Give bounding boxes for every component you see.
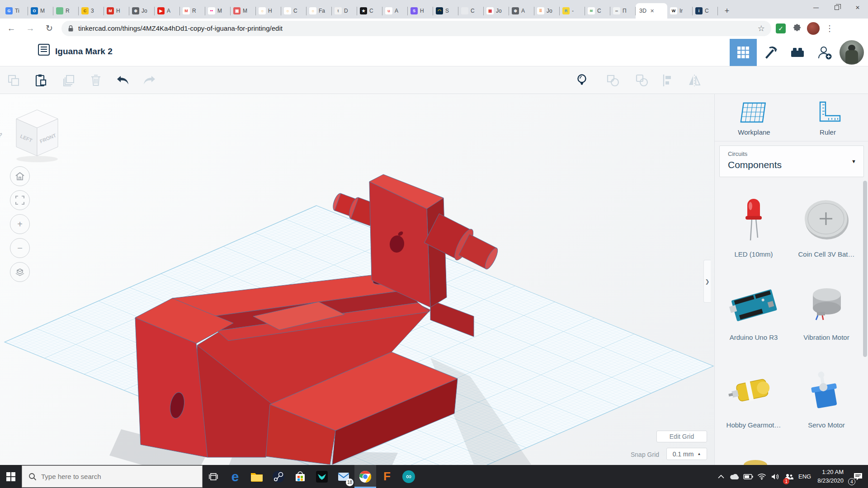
delete-button[interactable] (88, 73, 104, 88)
taskbar-edge[interactable]: e (224, 465, 246, 488)
browser-tab[interactable]: R (53, 3, 79, 19)
extensions-puzzle-icon[interactable] (790, 22, 804, 35)
browser-tab[interactable]: ⊕ A (509, 3, 534, 19)
component-hobby-gearmotor[interactable]: Hobby Gearmot… (720, 368, 788, 429)
browser-tab[interactable]: ▦ Jo (484, 3, 509, 19)
taskbar-fusion360[interactable]: F (376, 465, 398, 488)
browser-tab[interactable]: ☼ H (256, 3, 281, 19)
browser-tab[interactable]: C (458, 3, 484, 19)
ungroup-button[interactable] (634, 73, 650, 88)
taskbar-chrome[interactable] (354, 465, 376, 488)
browser-tab[interactable]: ◠ S (433, 3, 458, 19)
edit-grid-button[interactable]: Edit Grid (656, 431, 707, 442)
mirror-button[interactable] (686, 73, 703, 88)
paste-button[interactable] (33, 73, 49, 88)
3d-viewport[interactable]: TOP LEFT FRONT + − Edit Grid Snap Grid 0… (0, 94, 714, 465)
taskbar-mail[interactable]: 18 (333, 465, 354, 488)
reload-button[interactable]: ↻ (42, 21, 57, 36)
browser-tab[interactable]: W Ir (667, 3, 693, 19)
battery-icon[interactable] (741, 465, 755, 488)
omnibox[interactable]: tinkercad.com/things/4MZ4Ka4hDd1-copy-of… (61, 21, 771, 36)
extension-check-icon[interactable]: ✓ (774, 22, 788, 35)
browser-tab[interactable]: G Ti (3, 3, 28, 19)
new-tab-button[interactable]: + (721, 5, 733, 17)
taskbar-clock[interactable]: 1:20 AM 8/23/2020 (817, 468, 844, 485)
browser-menu-icon[interactable]: ⋮ (823, 22, 836, 35)
partial-component-thumbnail[interactable] (742, 459, 769, 465)
action-center-icon[interactable]: 4 (848, 465, 868, 488)
group-button[interactable] (605, 73, 621, 88)
snap-grid-dropdown[interactable]: 0.1 mm ▲ (666, 448, 707, 460)
tab-close-icon[interactable]: ✕ (650, 8, 654, 14)
home-view-button[interactable] (10, 166, 30, 186)
panel-collapse-handle[interactable]: ❯ (703, 260, 711, 303)
component-arduino[interactable]: Arduino Uno R3 (720, 280, 788, 341)
fit-view-button[interactable] (10, 190, 30, 210)
perspective-toggle-button[interactable] (10, 262, 30, 282)
forward-button[interactable]: → (23, 21, 38, 36)
zoom-in-button[interactable]: + (10, 214, 30, 234)
browser-tab[interactable]: i C (693, 3, 718, 19)
align-button[interactable] (659, 73, 675, 88)
component-category-dropdown[interactable]: Circuits Components ▼ (719, 145, 864, 177)
browser-tab[interactable]: C 3 (79, 3, 104, 19)
workplane-tool[interactable]: Workplane (725, 100, 783, 136)
language-indicator[interactable]: ENG (796, 465, 814, 488)
component-vibration-motor[interactable]: Vibration Motor (793, 280, 860, 341)
design-title[interactable]: Iguana Mark 2 (55, 47, 113, 56)
people-icon[interactable]: 1 (782, 465, 796, 488)
panel-scrollbar-thumb[interactable] (863, 181, 867, 357)
show-hide-button[interactable] (574, 73, 590, 88)
component-servo-motor[interactable]: Servo Motor (793, 368, 860, 429)
browser-tab[interactable]: u A (382, 3, 408, 19)
undo-button[interactable] (115, 73, 131, 88)
browser-tab[interactable]: ⠿ Jo (534, 3, 560, 19)
view-cube[interactable]: TOP LEFT FRONT (0, 110, 58, 162)
browser-tab[interactable]: ☼ Fa (307, 3, 332, 19)
search-input[interactable] (41, 473, 190, 480)
panel-scrollbar[interactable] (863, 94, 867, 465)
taskbar-arduino-ide[interactable]: ∞ (398, 465, 420, 488)
window-close-button[interactable]: ✕ (847, 0, 868, 15)
browser-tab[interactable]: ▣ M (231, 3, 256, 19)
minecraft-export-button[interactable] (757, 39, 784, 66)
onedrive-icon[interactable] (728, 465, 741, 488)
tray-chevron-icon[interactable] (714, 465, 728, 488)
design-menu-button[interactable] (38, 44, 50, 56)
invite-user-button[interactable] (811, 39, 838, 66)
browser-tab[interactable]: ⊕ Jo (129, 3, 155, 19)
browser-tab[interactable]: ≋ C (585, 3, 610, 19)
back-button[interactable]: ← (4, 21, 19, 36)
browser-tab[interactable]: M H (104, 3, 129, 19)
task-view-button[interactable] (203, 465, 224, 488)
redo-button[interactable] (141, 73, 157, 88)
component-coin-cell[interactable]: Coin Cell 3V Bat… (793, 192, 860, 258)
taskbar-ms-store[interactable] (289, 465, 311, 488)
browser-profile-avatar[interactable] (807, 22, 820, 35)
volume-icon[interactable] (769, 465, 782, 488)
wifi-icon[interactable] (755, 465, 769, 488)
start-button[interactable] (0, 465, 22, 488)
user-avatar[interactable] (838, 39, 865, 66)
taskbar-file-explorer[interactable] (246, 465, 268, 488)
duplicate-button[interactable] (61, 73, 77, 88)
browser-tab[interactable]: t D (332, 3, 357, 19)
taskbar-steam[interactable] (268, 465, 289, 488)
browser-tab[interactable]: ★ C (357, 3, 382, 19)
taskbar-predator-app[interactable] (311, 465, 333, 488)
browser-tab[interactable]: R - (560, 3, 585, 19)
browser-tab[interactable]: S H (408, 3, 433, 19)
zoom-out-button[interactable]: − (10, 238, 30, 258)
bookmark-star-icon[interactable]: ☆ (758, 23, 765, 33)
brick-export-button[interactable] (784, 39, 811, 66)
ruler-tool[interactable]: Ruler (798, 100, 857, 136)
window-restore-button[interactable] (826, 0, 847, 15)
browser-tab[interactable]: O M (28, 3, 53, 19)
window-minimize-button[interactable]: — (806, 0, 826, 15)
3d-design-mode-button[interactable] (730, 39, 757, 66)
tinkercad-logo[interactable] (3, 39, 29, 66)
browser-tab[interactable]: ☼ C (281, 3, 307, 19)
component-led[interactable]: LED (10mm) (720, 192, 788, 258)
browser-tab[interactable]: •• M (205, 3, 231, 19)
copy-button[interactable] (5, 73, 22, 88)
